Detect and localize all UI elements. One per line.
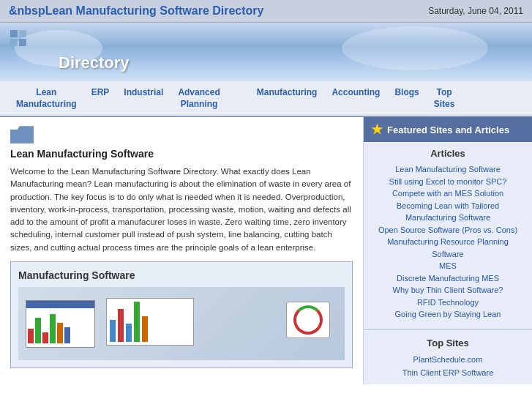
- article-body: Welcome to the Lean Manufacturing Softwa…: [10, 165, 353, 254]
- hero-sq-1: [10, 30, 18, 37]
- nav-manufacturing[interactable]: Manufacturing: [250, 86, 325, 100]
- nav-lean-manufacturing[interactable]: Lean Manufacturing: [9, 86, 84, 111]
- article-link-1[interactable]: Still using Excel to monitor SPC?: [371, 176, 525, 188]
- right-panel: ★ Featured Sites and Articles Articles L…: [364, 117, 532, 384]
- software-box-title: Manufacturing Software: [18, 269, 345, 281]
- nav-top-sites[interactable]: Top Sites: [427, 86, 462, 111]
- featured-header-text: Featured Sites and Articles: [387, 124, 509, 135]
- screenshot-placeholder: [18, 287, 345, 360]
- hero-sq-3: [10, 39, 18, 46]
- nav-blogs[interactable]: Blogs: [387, 86, 426, 100]
- articles-section: Articles Lean Manufacturing Software Sti…: [364, 142, 532, 327]
- star-icon: ★: [371, 122, 383, 138]
- software-box: Manufacturing Software: [10, 261, 353, 368]
- bar-1: [110, 320, 116, 342]
- nav-erp[interactable]: ERP: [84, 86, 117, 100]
- nav-advanced-planning[interactable]: Advanced Planning: [171, 86, 227, 111]
- main-content: Lean Manufacturing Software Welcome to t…: [0, 117, 532, 384]
- article-link-2[interactable]: Compete with an MES Solution: [371, 187, 525, 200]
- top-sites-section: Top Sites PlantSchedule.com Thin Client …: [364, 333, 532, 384]
- article-link-8[interactable]: Why buy Thin Client Software?: [371, 284, 525, 297]
- site-link-0[interactable]: PlantSchedule.com: [371, 353, 525, 367]
- gauge-circle: [293, 305, 323, 335]
- mini-screen-left: [26, 300, 95, 348]
- nav-industrial[interactable]: Industrial: [116, 86, 171, 100]
- articles-heading: Articles: [371, 148, 525, 159]
- left-panel: Lean Manufacturing Software Welcome to t…: [0, 117, 364, 384]
- hero-sq-4: [19, 39, 26, 46]
- featured-header: ★ Featured Sites and Articles: [364, 117, 532, 142]
- gauge-area: [286, 302, 330, 338]
- bar-2: [118, 309, 124, 342]
- article-link-3[interactable]: Becoming Lean with Tailored Manufacturin…: [371, 200, 525, 224]
- article-title: Lean Manufacturing Software: [10, 148, 353, 160]
- article-link-7[interactable]: Discrete Manufacturing MES: [371, 272, 525, 285]
- date-display: Saturday, June 04, 2011: [428, 6, 523, 16]
- bar-4: [134, 302, 140, 342]
- hero-sq-2: [19, 30, 26, 37]
- folder-icon: [10, 126, 34, 143]
- bar-5: [142, 316, 148, 342]
- article-link-4[interactable]: Open Source Software (Pros vs. Cons): [371, 224, 525, 236]
- site-title: &nbspLean Manufacturing Software Directo…: [9, 4, 264, 18]
- chart-area: [106, 298, 194, 346]
- hero-banner: Directory: [0, 23, 532, 81]
- article-link-9[interactable]: RFID Technology: [371, 297, 525, 309]
- article-link-0[interactable]: Lean Manufacturing Software: [371, 163, 525, 176]
- article-link-6[interactable]: MES: [371, 260, 525, 272]
- nav-bar: Lean Manufacturing ERP Industrial Advanc…: [0, 81, 532, 117]
- hero-squares: [10, 30, 26, 46]
- site-link-1[interactable]: Thin Client ERP Software: [371, 366, 525, 380]
- article-link-10[interactable]: Going Green by Staying Lean: [371, 308, 525, 321]
- bar-3: [126, 324, 132, 342]
- nav-accounting[interactable]: Accounting: [324, 86, 387, 100]
- left-icon-area: [10, 126, 38, 143]
- hero-title: Directory: [59, 53, 130, 72]
- top-sites-heading: Top Sites: [371, 338, 525, 348]
- section-divider: [364, 329, 532, 330]
- top-bar: &nbspLean Manufacturing Software Directo…: [0, 0, 532, 23]
- article-link-5[interactable]: Manufacturing Resource Planning Software: [371, 236, 525, 260]
